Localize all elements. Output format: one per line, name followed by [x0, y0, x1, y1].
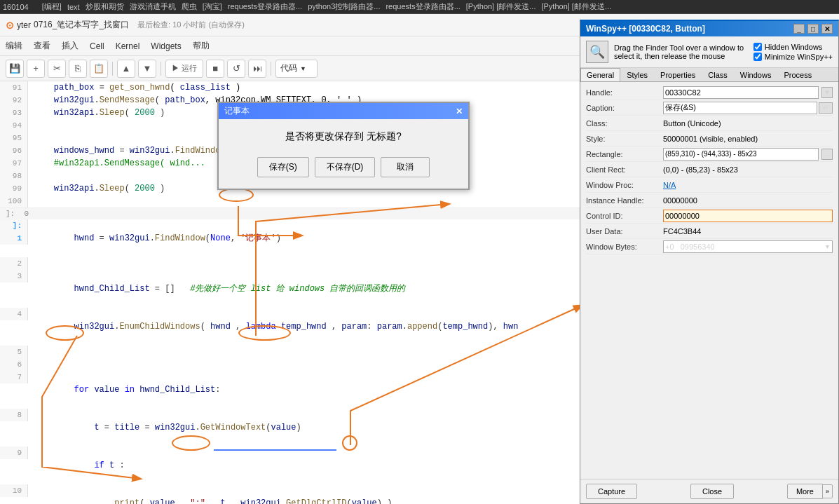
notepad-save-button[interactable]: 保存(S) [257, 157, 309, 177]
minimize-winspy-checkbox[interactable] [753, 53, 762, 61]
toolbar-python3[interactable]: python3控制路由器... [308, 1, 380, 12]
jupyter-yter: yter [17, 20, 31, 30]
notepad-buttons: 保存(S) 不保存(D) 取消 [233, 157, 454, 177]
toolbar-stock[interactable]: 炒股和期货 [86, 1, 124, 12]
rectangle-expand[interactable]: … [821, 149, 833, 160]
restart-button[interactable]: ↺ [227, 60, 245, 78]
capture-button[interactable]: Capture [586, 484, 637, 499]
add-cell-button[interactable]: + [27, 60, 45, 78]
notepad-cancel-button[interactable]: 取消 [381, 157, 430, 177]
prop-caption: Caption: ↵ [586, 100, 833, 116]
jupyter-title[interactable]: 0716_笔记本写字_找窗口 [34, 19, 129, 31]
toolbar-spider[interactable]: 爬虫 [182, 1, 197, 12]
menu-edit[interactable]: 编辑 [6, 40, 22, 52]
cut-button[interactable]: ✂ [48, 60, 66, 78]
more-arrow-button[interactable]: » [823, 484, 833, 498]
menu-cell[interactable]: Cell [90, 41, 104, 51]
rectangle-input[interactable] [663, 148, 819, 161]
tab-process[interactable]: Process [777, 68, 818, 81]
toolbar-sep2 [161, 62, 161, 76]
winspy-footer: Capture Close More » [580, 479, 838, 503]
tab-styles[interactable]: Styles [620, 68, 654, 81]
handle-input[interactable] [663, 86, 819, 99]
toolbar-edit[interactable]: [编程] [42, 1, 62, 12]
tab-general[interactable]: General [580, 68, 620, 81]
toolbar-sep1 [112, 62, 113, 76]
toolbar-game[interactable]: 游戏消遣手机 [130, 1, 176, 12]
notepad-title-text: 记事本 [224, 105, 250, 117]
style-value: 50000001 (visible, enabled) [663, 135, 833, 143]
toolbar-mail[interactable]: [Python] [邮件发送... [466, 1, 536, 12]
tab-properties[interactable]: Properties [654, 68, 702, 81]
move-up-button[interactable]: ▲ [117, 60, 135, 78]
winspy-panel: WinSpy++ [00330C82, Button] _ □ ✕ 🔍 Drag… [580, 20, 839, 504]
top-toolbar: 160104 [编程] text 炒股和期货 游戏消遣手机 爬虫 [淘宝] re… [0, 0, 839, 14]
next-button[interactable]: ⏭ [248, 60, 266, 78]
paste-button[interactable]: 📋 [90, 60, 108, 78]
finder-tool-icon[interactable]: 🔍 [586, 41, 608, 63]
prop-rectangle: Rectangle: … [586, 147, 833, 162]
winspy-title-controls: _ □ ✕ [793, 24, 833, 34]
winspy-maximize-button[interactable]: □ [807, 24, 819, 34]
notepad-title-bar: 记事本 ✕ [219, 103, 468, 119]
winspy-minimize-button[interactable]: _ [793, 24, 805, 34]
notepad-close-button[interactable]: ✕ [456, 107, 463, 116]
handle-expand[interactable]: ▼ [821, 87, 833, 98]
winspy-properties: Handle: ▼ Caption: ↵ Class: Button (Unic… [580, 82, 838, 479]
prop-style: Style: 50000001 (visible, enabled) [586, 131, 833, 147]
prop-control-id: Control ID: [586, 208, 833, 224]
winspy-close-button[interactable]: ✕ [821, 24, 833, 34]
winspy-checkboxes: Hidden Windows Minimize WinSpy++ [753, 43, 833, 61]
notepad-dialog: 记事本 ✕ 是否将更改保存到 无标题? 保存(S) 不保存(D) 取消 [217, 102, 470, 190]
hidden-windows-checkbox-row: Hidden Windows [753, 43, 833, 51]
minimize-winspy-label: Minimize WinSpy++ [765, 53, 833, 61]
menu-insert[interactable]: 插入 [62, 40, 79, 52]
hidden-windows-checkbox[interactable] [753, 43, 762, 51]
toolbar-mail2[interactable]: [Python] [邮件发送... [541, 1, 611, 12]
close-winspy-button[interactable]: Close [690, 484, 734, 499]
caption-arrow[interactable]: ↵ [819, 102, 833, 114]
control-id-input[interactable] [663, 210, 833, 222]
window-proc-link[interactable]: N/A [663, 181, 676, 189]
save-button[interactable]: 💾 [6, 60, 24, 78]
move-down-button[interactable]: ▼ [138, 60, 156, 78]
caption-input[interactable] [663, 102, 817, 114]
toolbar-sep3 [271, 62, 271, 76]
toolbar-requests2[interactable]: requests登录路由器... [386, 1, 460, 12]
prop-class: Class: Button (Unicode) [586, 116, 833, 131]
stop-button[interactable]: ■ [206, 60, 224, 78]
menu-kernel[interactable]: Kernel [116, 41, 140, 51]
winspy-title-bar: WinSpy++ [00330C82, Button] _ □ ✕ [580, 21, 838, 36]
copy-button[interactable]: ⎘ [69, 60, 87, 78]
menu-help[interactable]: 帮助 [193, 40, 210, 52]
winspy-title-text: WinSpy++ [00330C82, Button] [586, 24, 705, 34]
tab-class[interactable]: Class [702, 68, 734, 81]
toolbar-text[interactable]: text [67, 3, 80, 11]
menu-widgets[interactable]: Widgets [151, 41, 181, 51]
instance-handle-value: 00000000 [663, 196, 833, 205]
more-button-group: More » [787, 484, 833, 499]
more-button[interactable]: More [787, 484, 823, 499]
winspy-tabs: General Styles Properties Class Windows … [580, 68, 838, 82]
class-value: Button (Unicode) [663, 119, 833, 128]
pid-label: 160104 [3, 3, 29, 11]
finder-description: Drag the Finder Tool over a window to se… [614, 43, 748, 60]
prop-instance-handle: Instance Handle: 00000000 [586, 193, 833, 208]
run-button[interactable]: ▶ 运行 [165, 60, 203, 78]
jupyter-logo: ⊙ [6, 20, 14, 31]
toolbar-taobao[interactable]: [淘宝] [203, 1, 222, 12]
prop-handle: Handle: ▼ [586, 85, 833, 100]
notepad-nosave-button[interactable]: 不保存(D) [315, 157, 376, 177]
prop-client-rect: Client Rect: (0,0) - (85,23) - 85x23 [586, 162, 833, 177]
user-data-value: FC4C3B44 [663, 227, 833, 236]
client-rect-value: (0,0) - (85,23) - 85x23 [663, 165, 833, 174]
tab-windows[interactable]: Windows [734, 68, 778, 81]
hidden-windows-label: Hidden Windows [765, 43, 823, 51]
cell-type-dropdown[interactable]: 代码 ▼ [275, 60, 318, 78]
menu-view[interactable]: 查看 [34, 40, 50, 52]
window-bytes-dropdown[interactable]: +0 09956340 ▼ [663, 240, 833, 253]
winspy-top-section: 🔍 Drag the Finder Tool over a window to … [580, 36, 838, 68]
prop-window-bytes: Window Bytes: +0 09956340 ▼ [586, 239, 833, 254]
prop-user-data: User Data: FC4C3B44 [586, 224, 833, 239]
toolbar-requests[interactable]: requests登录路由器... [228, 1, 302, 12]
